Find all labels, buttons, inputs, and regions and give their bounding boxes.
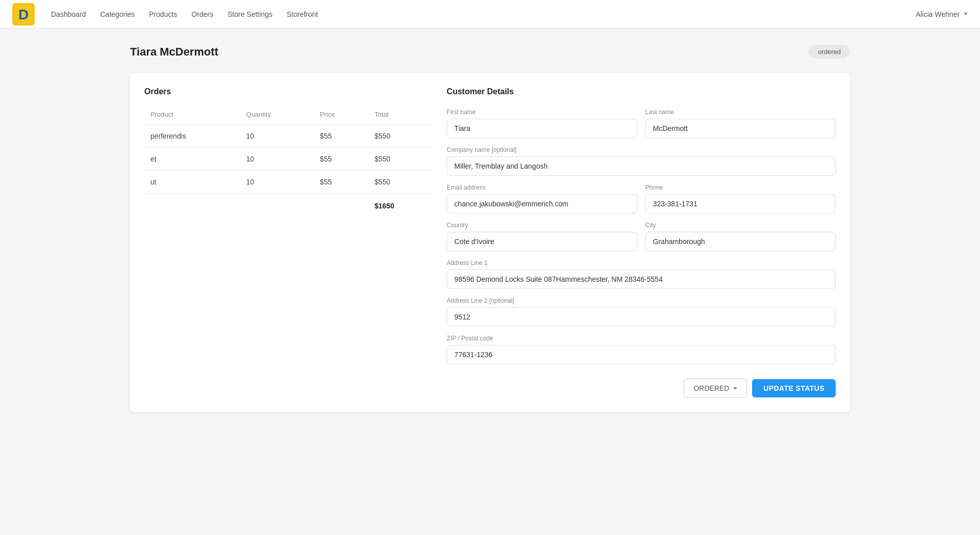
first-name-label: First name xyxy=(447,109,637,116)
zip-label: ZIP / Postal code xyxy=(447,335,836,342)
orders-section: Orders Product Quantity Price Total perf… xyxy=(144,87,432,398)
nav-storefront[interactable]: Storefront xyxy=(287,8,318,20)
row-total: $550 xyxy=(368,148,432,171)
total-row: $1650 xyxy=(144,194,432,219)
company-input[interactable] xyxy=(447,156,836,176)
customer-details-section: Customer Details First name Last name Co… xyxy=(447,87,836,398)
address1-label: Address Line 1 xyxy=(447,259,836,266)
total-label-col2 xyxy=(240,194,314,219)
address2-group: Address Line 2 [optional] xyxy=(447,297,836,327)
row-price: $55 xyxy=(314,148,368,171)
user-name: Alicia Wehner xyxy=(916,10,960,18)
orders-section-title: Orders xyxy=(144,87,432,96)
email-input[interactable] xyxy=(447,194,637,213)
page-title: Tiara McDermott xyxy=(130,45,218,59)
page-header: Tiara McDermott ordered xyxy=(130,45,850,59)
user-menu-chevron-icon xyxy=(964,13,968,15)
address2-label: Address Line 2 [optional] xyxy=(447,297,836,304)
city-input[interactable] xyxy=(646,232,836,251)
address1-group: Address Line 1 xyxy=(447,259,836,289)
country-city-row: Country City xyxy=(447,222,836,251)
nav-links: Dashboard Categories Products Orders Sto… xyxy=(51,8,916,20)
row-quantity: 10 xyxy=(240,125,314,148)
zip-group: ZIP / Postal code xyxy=(447,335,836,364)
address1-row: Address Line 1 xyxy=(447,259,836,289)
company-row: Company name [optional] xyxy=(447,146,836,176)
col-quantity: Quantity xyxy=(240,106,314,125)
svg-text:D: D xyxy=(18,7,29,22)
company-label: Company name [optional] xyxy=(447,146,836,153)
nav-orders[interactable]: Orders xyxy=(191,8,213,20)
email-group: Email address xyxy=(447,184,637,213)
total-label-col3 xyxy=(314,194,368,219)
update-status-button[interactable]: UPDATE STATUS xyxy=(752,379,836,397)
main-layout: Orders Product Quantity Price Total perf… xyxy=(144,87,836,398)
address2-row: Address Line 2 [optional] xyxy=(447,297,836,327)
row-price: $55 xyxy=(314,125,368,148)
col-total: Total xyxy=(368,106,432,125)
zip-row: ZIP / Postal code xyxy=(447,335,836,364)
col-product: Product xyxy=(144,106,240,125)
table-row: et 10 $55 $550 xyxy=(144,148,432,171)
row-price: $55 xyxy=(314,171,368,194)
phone-label: Phone xyxy=(646,184,836,191)
last-name-label: Last name xyxy=(646,109,836,116)
status-badge: ordered xyxy=(809,45,850,59)
page: Tiara McDermott ordered Orders Product Q… xyxy=(118,29,862,429)
country-group: Country xyxy=(447,222,637,251)
row-quantity: 10 xyxy=(240,148,314,171)
phone-input[interactable] xyxy=(646,194,836,213)
ordered-dropdown-button[interactable]: ORDERED xyxy=(684,379,747,398)
grand-total: $1650 xyxy=(368,194,432,219)
zip-input[interactable] xyxy=(447,345,836,364)
user-menu[interactable]: Alicia Wehner xyxy=(916,10,968,18)
city-group: City xyxy=(646,222,836,251)
main-card: Orders Product Quantity Price Total perf… xyxy=(130,73,850,412)
table-row: ut 10 $55 $550 xyxy=(144,171,432,194)
ordered-button-label: ORDERED xyxy=(693,384,729,392)
row-total: $550 xyxy=(368,125,432,148)
address2-input[interactable] xyxy=(447,307,836,327)
row-product: ut xyxy=(144,171,240,194)
navbar: D Dashboard Categories Products Orders S… xyxy=(0,0,980,29)
table-row: perferendis 10 $55 $550 xyxy=(144,125,432,148)
row-product: perferendis xyxy=(144,125,240,148)
row-quantity: 10 xyxy=(240,171,314,194)
name-row: First name Last name xyxy=(447,109,836,138)
country-input[interactable] xyxy=(447,232,637,251)
orders-table: Product Quantity Price Total perferendis… xyxy=(144,106,432,218)
footer-actions: ORDERED UPDATE STATUS xyxy=(447,379,836,398)
nav-categories[interactable]: Categories xyxy=(100,8,135,20)
company-group: Company name [optional] xyxy=(447,146,836,176)
nav-products[interactable]: Products xyxy=(149,8,177,20)
col-price: Price xyxy=(314,106,368,125)
phone-group: Phone xyxy=(646,184,836,213)
customer-details-title: Customer Details xyxy=(447,87,836,96)
first-name-group: First name xyxy=(447,109,637,138)
address1-input[interactable] xyxy=(447,270,836,289)
last-name-group: Last name xyxy=(646,109,836,138)
nav-dashboard[interactable]: Dashboard xyxy=(51,8,86,20)
app-logo[interactable]: D xyxy=(12,3,35,25)
row-product: et xyxy=(144,148,240,171)
email-label: Email address xyxy=(447,184,637,191)
country-label: Country xyxy=(447,222,637,229)
nav-store-settings[interactable]: Store Settings xyxy=(227,8,272,20)
email-phone-row: Email address Phone xyxy=(447,184,836,213)
total-label-col1 xyxy=(144,194,240,219)
city-label: City xyxy=(646,222,836,229)
ordered-chevron-icon xyxy=(733,387,737,390)
row-total: $550 xyxy=(368,171,432,194)
first-name-input[interactable] xyxy=(447,119,637,138)
last-name-input[interactable] xyxy=(646,119,836,138)
